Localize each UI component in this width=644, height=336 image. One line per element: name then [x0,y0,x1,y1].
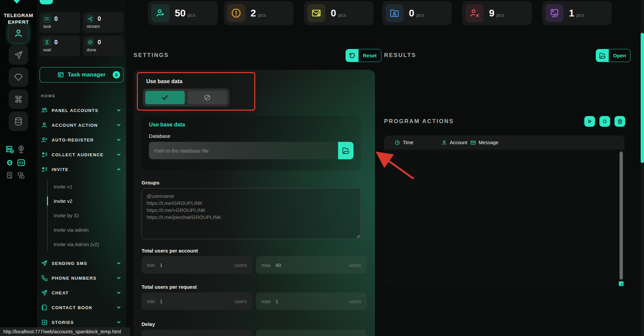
nav-section-home: HOME [41,94,56,98]
stat-card-mail-warning[interactable]: 0 pcs [304,1,374,25]
stat-card-wait: 0 wait [40,36,80,56]
delay-label: Delay [142,321,367,327]
delay-max-field[interactable] [256,330,367,336]
play-button[interactable] [584,116,595,127]
hourglass-icon [43,38,51,46]
command-icon [14,95,23,104]
column-message: Message [470,140,498,146]
chevron-down-icon [116,152,121,157]
delete-button[interactable] [614,116,625,127]
sidebar-item-panel-accounts[interactable]: PANEL ACCOUNTS [37,103,126,118]
chevron-down-icon [116,122,121,128]
ban-icon [204,94,211,101]
stop-button[interactable] [599,116,610,127]
resize-handle-icon[interactable] [356,234,360,238]
per-request-min-field[interactable]: min 1 users [142,292,252,310]
database-path-input[interactable] [149,142,338,159]
submenu-invite-via-admin-v2[interactable]: Invite via Admin (v2) [48,237,121,251]
use-base-data-toggle [143,89,229,107]
rail-send-button[interactable] [9,45,28,65]
rail-premium-button[interactable] [9,67,28,87]
sidebar-item-account-action[interactable]: ACCOUNT ACTION [37,118,126,132]
stat-card-device[interactable]: 1 pcs [542,1,612,25]
chevron-down-icon [116,320,121,325]
task-list-icon [43,15,51,23]
column-time: Time [394,140,441,146]
account-heart-icon [151,4,169,22]
account-remove-icon [466,4,484,22]
chevron-down-icon [116,275,121,281]
chevron-down-icon [116,305,121,310]
table-scrollbar[interactable] [620,152,623,280]
per-account-max-field[interactable]: max 40 users [256,256,367,274]
rail-command-button[interactable] [9,90,28,109]
stat-card-folder-account[interactable]: 0 pcs [382,1,452,25]
gear-icon[interactable] [5,158,14,167]
chevron-down-icon [116,137,121,143]
stat-card-account-heart[interactable]: 50 pcs [148,1,218,25]
column-account: Account [441,140,470,146]
person-icon [441,140,447,146]
database-icon [14,117,23,126]
submenu-invite-v2[interactable]: Invite v2 [48,194,121,208]
status-bar-url: http://localhost:777/web/accounts_spambl… [3,329,121,334]
sidebar-item-cheat[interactable]: CHEAT [37,285,126,300]
database-label: Database [149,133,354,139]
sidebar-item-phone-numbers[interactable]: PHONE NUMBERS [37,271,126,285]
per-account-min-field[interactable]: min 1 users [142,256,252,274]
trash-icon [617,119,623,124]
stat-card-stream: 0 stream [83,12,123,33]
stop-icon [602,118,608,124]
per-request-max-field[interactable]: max 1 users [256,292,367,310]
task-manager-button[interactable]: Task manager 0 [40,67,123,82]
browse-database-button[interactable] [338,142,354,159]
send-icon [41,260,48,267]
server-check-icon[interactable] [5,145,14,154]
stat-card-warning[interactable]: 2 pcs [224,1,293,25]
toggle-on-button[interactable] [145,91,185,104]
plus-square-icon [41,319,48,326]
stat-card-account-remove[interactable]: 9 pcs [462,1,532,25]
sidebar-item-contact-book[interactable]: CONTACT BOOK [37,300,126,315]
chevron-down-icon [116,108,121,113]
send-icon [41,289,48,296]
folder-open-icon [596,49,609,62]
webcam-icon[interactable] [17,145,25,154]
program-actions-title: PROGRAM ACTIONS [384,118,454,125]
table-resize-handle[interactable] [619,281,624,286]
stat-card-task: 0 task [40,12,80,33]
delay-min-field[interactable] [142,330,252,336]
submenu-invite-via-admin[interactable]: Invite via admin [48,223,121,237]
sidebar-item-auto-register[interactable]: AUTO-REGISTER [37,132,126,147]
document-check-icon[interactable] [5,171,14,180]
settings-title: SETTINGS [133,52,169,59]
page-scrollbar-thumb[interactable] [641,33,644,163]
swap-icon[interactable] [17,171,25,180]
toggle-off-button[interactable] [187,91,227,104]
page-scrollbar-track[interactable] [641,0,644,336]
submenu-invite-v1[interactable]: Invite v1 [48,179,121,194]
diamond-icon [14,72,23,82]
stat-card-done: 0 done [83,36,123,56]
rail-accounts-button[interactable] [9,23,28,43]
chevron-down-icon [116,290,121,295]
open-button[interactable]: Open [596,49,631,62]
person-lines-icon [41,166,48,173]
window-icon [57,71,64,78]
sidebar-item-invite[interactable]: INVITE [37,162,126,177]
device-code-icon [545,4,564,22]
check-circle-icon [86,38,94,46]
send-icon [14,50,23,60]
rail-database-button[interactable] [9,112,28,131]
nav-bottom-list: SENDING SMS PHONE NUMBERS CHEAT CONTACT … [37,256,126,330]
groups-textarea[interactable] [142,188,361,239]
sidebar-item-sending-sms[interactable]: SENDING SMS [37,256,126,271]
use-base-data-card: Use base data Database [142,116,361,170]
total-users-per-request-label: Total users per request [142,284,367,290]
submenu-invite-by-id[interactable]: Invite by ID [48,208,121,223]
code-window-icon[interactable] [17,158,25,167]
sidebar-item-collect-audience[interactable]: COLLECT AUDIENCE [37,147,126,162]
clock-icon [394,140,400,146]
reset-button[interactable]: Reset [345,49,381,62]
groups-label: Groups [142,180,367,185]
